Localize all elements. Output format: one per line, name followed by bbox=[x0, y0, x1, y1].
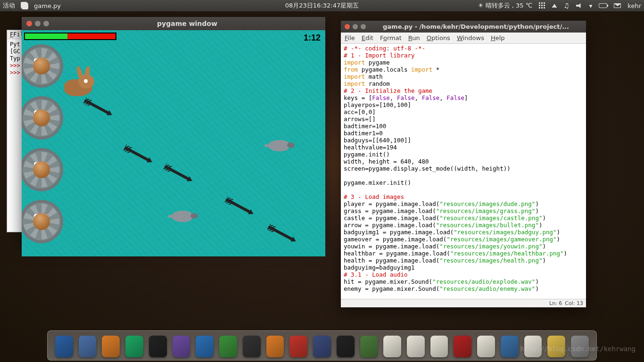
menu-run[interactable]: Run bbox=[408, 34, 420, 41]
dock-app-13[interactable] bbox=[360, 336, 378, 357]
menu-windows[interactable]: Windows bbox=[457, 34, 484, 41]
mail-icon[interactable] bbox=[614, 3, 621, 8]
volume-icon[interactable] bbox=[576, 3, 583, 8]
idle-editor-window[interactable]: game.py - /home/kehr/Development/python/… bbox=[341, 21, 586, 307]
badguy-sprite bbox=[168, 209, 196, 223]
health-bar bbox=[24, 33, 116, 40]
dock-app-16[interactable] bbox=[430, 336, 448, 357]
eject-icon[interactable] bbox=[552, 4, 557, 8]
music-icon[interactable]: ♫ bbox=[563, 2, 570, 9]
menu-edit[interactable]: Edit bbox=[362, 34, 373, 41]
dock-app-9[interactable] bbox=[266, 336, 284, 357]
dock-app-12[interactable] bbox=[337, 336, 355, 357]
editor-statusbar: Ln: 6 Col: 13 bbox=[341, 299, 586, 307]
maximize-icon[interactable] bbox=[43, 21, 49, 26]
editor-titlebar[interactable]: game.py - /home/kehr/Development/python/… bbox=[341, 21, 586, 33]
pygame-titlebar[interactable]: pygame window bbox=[22, 17, 325, 30]
dock-app-11[interactable] bbox=[313, 336, 331, 357]
desktop-top-bar: 活动 game.py 08月23日16:32:47星期五 ☀ 晴转多云 , 35… bbox=[0, 0, 644, 11]
arrow-sprite bbox=[225, 198, 252, 214]
arrow-sprite bbox=[164, 165, 190, 181]
maximize-icon[interactable] bbox=[361, 24, 366, 29]
close-icon[interactable] bbox=[345, 24, 350, 29]
minimize-icon[interactable] bbox=[35, 21, 41, 26]
dock-app-7[interactable] bbox=[219, 336, 237, 357]
watermark: http://blog.csdn.net/kehrwang bbox=[520, 345, 636, 353]
status-col: Col: 13 bbox=[565, 300, 583, 306]
dock-app-10[interactable] bbox=[289, 336, 307, 357]
dock-app-15[interactable] bbox=[407, 336, 425, 357]
status-line: Ln: 6 bbox=[549, 300, 562, 306]
battery-icon[interactable] bbox=[599, 3, 607, 8]
castle-sprite bbox=[22, 96, 63, 140]
dock-app-2[interactable] bbox=[102, 336, 120, 357]
activities-button[interactable]: 活动 bbox=[3, 1, 15, 10]
dock-app-4[interactable] bbox=[149, 336, 167, 357]
menu-help[interactable]: Help bbox=[491, 34, 505, 41]
wifi-icon[interactable]: ▾ bbox=[589, 2, 593, 9]
dock-app-1[interactable] bbox=[79, 336, 97, 357]
weather-indicator[interactable]: ☀ 晴转多云 , 35 ℃ bbox=[478, 1, 532, 10]
castle-sprite bbox=[22, 148, 63, 191]
dock-app-18[interactable] bbox=[477, 336, 495, 357]
menu-options[interactable]: Options bbox=[427, 34, 450, 41]
game-canvas[interactable]: 1:12 bbox=[22, 30, 325, 256]
dock-app-5[interactable] bbox=[173, 336, 190, 357]
health-fill bbox=[25, 33, 67, 39]
pygame-window[interactable]: pygame window 1:12 bbox=[22, 17, 325, 243]
dock-app-0[interactable] bbox=[55, 336, 73, 357]
game-timer: 1:12 bbox=[304, 33, 321, 43]
clock-label[interactable]: 08月23日16:32:47星期五 bbox=[285, 1, 359, 10]
castle-sprite bbox=[22, 200, 63, 243]
arrow-sprite bbox=[124, 146, 150, 162]
dock-app-17[interactable] bbox=[454, 336, 471, 357]
dock-app-6[interactable] bbox=[196, 336, 214, 357]
gnome-foot-icon[interactable] bbox=[21, 2, 28, 9]
dock-app-14[interactable] bbox=[383, 336, 401, 357]
user-menu[interactable]: kehr bbox=[627, 2, 641, 9]
editor-menubar: File Edit Format Run Options Windows Hel… bbox=[341, 33, 586, 44]
arrow-sprite bbox=[84, 99, 110, 115]
minimize-icon[interactable] bbox=[353, 24, 358, 29]
dock[interactable] bbox=[47, 330, 597, 361]
badguy-sprite bbox=[264, 139, 293, 153]
arrow-sprite bbox=[268, 225, 294, 241]
close-icon[interactable] bbox=[26, 21, 32, 26]
pygame-title: pygame window bbox=[49, 20, 325, 27]
editor-title: game.py - /home/kehr/Development/python/… bbox=[366, 23, 586, 30]
current-app-label[interactable]: game.py bbox=[34, 2, 61, 9]
menu-format[interactable]: Format bbox=[380, 34, 402, 41]
dock-app-8[interactable] bbox=[243, 336, 261, 357]
menu-file[interactable]: File bbox=[345, 34, 355, 41]
player-sprite bbox=[55, 73, 97, 101]
dock-app-19[interactable] bbox=[501, 336, 519, 357]
code-editor-area[interactable]: # -*- coding: utf-8 -*-# 1 - Import libr… bbox=[341, 44, 586, 299]
apps-grid-icon[interactable] bbox=[539, 2, 545, 9]
dock-app-3[interactable] bbox=[125, 336, 143, 357]
